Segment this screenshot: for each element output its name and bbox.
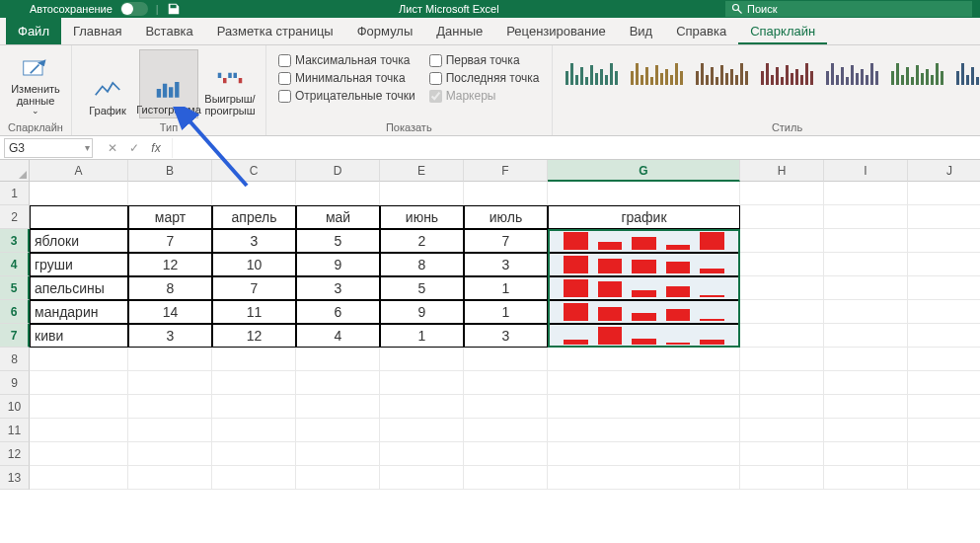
- cell[interactable]: [380, 466, 464, 490]
- cell[interactable]: [824, 395, 908, 419]
- cell[interactable]: [212, 371, 296, 395]
- tab-help[interactable]: Справка: [664, 18, 738, 44]
- tab-sparkline[interactable]: Спарклайн: [738, 18, 827, 44]
- tab-data[interactable]: Данные: [424, 18, 494, 44]
- cell[interactable]: 9: [380, 300, 464, 324]
- row-header[interactable]: 5: [0, 276, 30, 300]
- chevron-down-icon[interactable]: ▾: [85, 142, 90, 153]
- cell[interactable]: 10: [212, 253, 296, 276]
- cell[interactable]: 8: [380, 253, 464, 276]
- cell[interactable]: [908, 395, 980, 419]
- cell[interactable]: [824, 442, 908, 466]
- cell[interactable]: 4: [296, 324, 380, 348]
- cell[interactable]: [908, 371, 980, 395]
- cell[interactable]: 3: [212, 229, 296, 253]
- tab-home[interactable]: Главная: [61, 18, 133, 44]
- cell[interactable]: [548, 419, 740, 442]
- cell[interactable]: [548, 371, 740, 395]
- first-point-checkbox[interactable]: Первая точка: [429, 53, 540, 67]
- cell[interactable]: [380, 395, 464, 419]
- save-icon[interactable]: [167, 2, 181, 16]
- cell[interactable]: 7: [128, 229, 212, 253]
- cell[interactable]: мандарин: [30, 300, 128, 324]
- low-point-checkbox[interactable]: Минимальная точка: [278, 71, 415, 85]
- cell[interactable]: [908, 182, 980, 205]
- cell[interactable]: 3: [128, 324, 212, 348]
- tab-layout[interactable]: Разметка страницы: [205, 18, 345, 44]
- row-header[interactable]: 12: [0, 442, 30, 466]
- style-item[interactable]: [890, 57, 945, 85]
- cell[interactable]: [824, 182, 908, 205]
- cell[interactable]: [740, 300, 824, 324]
- edit-data-button[interactable]: Изменить данные ⌄: [6, 49, 65, 118]
- cell[interactable]: [380, 182, 464, 205]
- high-point-checkbox[interactable]: Максимальная точка: [278, 53, 415, 67]
- col-header[interactable]: B: [128, 160, 212, 182]
- cell[interactable]: [128, 182, 212, 205]
- cell[interactable]: [296, 348, 380, 371]
- cell[interactable]: [464, 371, 548, 395]
- cell[interactable]: [464, 182, 548, 205]
- cell[interactable]: [824, 276, 908, 300]
- row-header[interactable]: 6: [0, 300, 30, 324]
- cell[interactable]: [740, 253, 824, 276]
- cell[interactable]: [128, 419, 212, 442]
- cell[interactable]: [824, 371, 908, 395]
- cell[interactable]: [30, 395, 128, 419]
- col-header[interactable]: G: [548, 160, 740, 182]
- style-item[interactable]: [955, 57, 980, 85]
- cell[interactable]: график: [548, 205, 740, 229]
- col-header[interactable]: D: [296, 160, 380, 182]
- style-item[interactable]: [565, 57, 620, 85]
- cell[interactable]: 14: [128, 300, 212, 324]
- cell[interactable]: 1: [380, 324, 464, 348]
- row-header[interactable]: 9: [0, 371, 30, 395]
- cell[interactable]: [30, 466, 128, 490]
- col-header[interactable]: A: [30, 160, 128, 182]
- cell[interactable]: 12: [212, 324, 296, 348]
- cell[interactable]: [824, 300, 908, 324]
- sparkline-line-button[interactable]: График: [78, 49, 137, 118]
- cell[interactable]: [548, 442, 740, 466]
- cell[interactable]: [380, 419, 464, 442]
- cell[interactable]: [740, 229, 824, 253]
- cell[interactable]: июнь: [380, 205, 464, 229]
- cell[interactable]: [548, 466, 740, 490]
- cell[interactable]: [740, 371, 824, 395]
- style-gallery[interactable]: [559, 49, 980, 93]
- row-header[interactable]: 13: [0, 466, 30, 490]
- cell[interactable]: [824, 324, 908, 348]
- cell[interactable]: [824, 253, 908, 276]
- name-box[interactable]: G3 ▾: [4, 138, 93, 158]
- cell[interactable]: 6: [296, 300, 380, 324]
- spreadsheet-grid[interactable]: 12345678910111213 ABCDEFGHIJ мартапрельм…: [0, 160, 980, 490]
- cell[interactable]: [464, 466, 548, 490]
- cell[interactable]: [548, 300, 740, 324]
- cell[interactable]: [824, 348, 908, 371]
- col-header[interactable]: I: [824, 160, 908, 182]
- cell[interactable]: 3: [296, 276, 380, 300]
- cell[interactable]: 11: [212, 300, 296, 324]
- cell[interactable]: июль: [464, 205, 548, 229]
- cell[interactable]: [908, 324, 980, 348]
- cell[interactable]: 7: [464, 229, 548, 253]
- cell[interactable]: [824, 419, 908, 442]
- row-header[interactable]: 7: [0, 324, 30, 348]
- cell[interactable]: [908, 442, 980, 466]
- cell[interactable]: [908, 348, 980, 371]
- cell[interactable]: [380, 371, 464, 395]
- row-header[interactable]: 3: [0, 229, 30, 253]
- cell[interactable]: [908, 276, 980, 300]
- cell[interactable]: яблоки: [30, 229, 128, 253]
- cell[interactable]: март: [128, 205, 212, 229]
- style-item[interactable]: [760, 57, 815, 85]
- last-point-checkbox[interactable]: Последняя точка: [429, 71, 540, 85]
- row-header[interactable]: 1: [0, 182, 30, 205]
- cell[interactable]: [908, 229, 980, 253]
- search-box[interactable]: Поиск: [725, 1, 972, 17]
- cell[interactable]: [128, 348, 212, 371]
- neg-points-checkbox[interactable]: Отрицательные точки: [278, 89, 415, 103]
- cell[interactable]: [464, 419, 548, 442]
- cell[interactable]: [740, 395, 824, 419]
- cell[interactable]: 12: [128, 253, 212, 276]
